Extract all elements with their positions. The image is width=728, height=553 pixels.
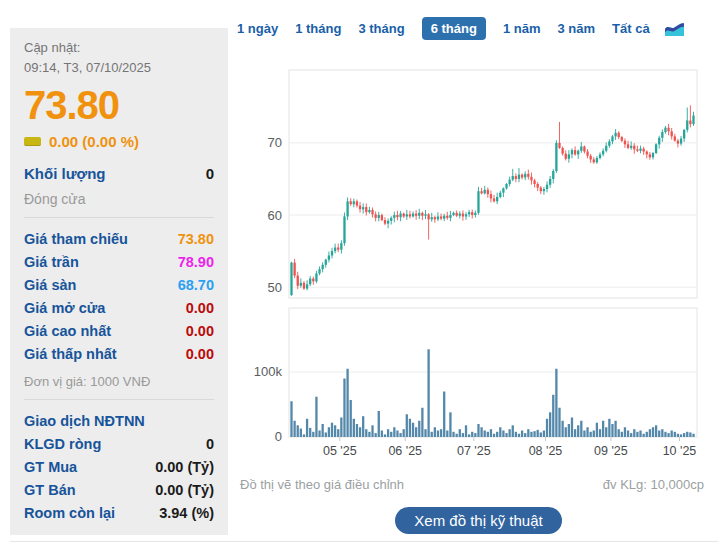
row-label: Giá tham chiếu [24, 228, 128, 251]
row-value: 3.94 (%) [159, 502, 214, 525]
svg-text:50: 50 [268, 280, 282, 295]
tab-tat-ca[interactable]: Tất cả [612, 21, 650, 36]
row-label: Giá mở cửa [24, 297, 105, 320]
quote-panel: Cập nhật: 09:14, T3, 07/10/2025 73.80 0.… [10, 28, 228, 535]
volume-row: Khối lượng 0 [24, 162, 214, 185]
technical-chart-button[interactable]: Xem đồ thị kỹ thuật [395, 507, 562, 534]
tab-3-thang[interactable]: 3 tháng [358, 21, 404, 36]
updated-label: Cập nhật: [24, 40, 80, 55]
row-label: Giá sàn [24, 274, 76, 297]
svg-text:10 '25: 10 '25 [663, 444, 697, 458]
row-value: 0.00 (Tỷ) [155, 456, 214, 479]
adjusted-price-note: Đồ thị vẽ theo giá điều chỉnh [240, 477, 404, 492]
divider [24, 217, 214, 218]
last-updated: Cập nhật: 09:14, T3, 07/10/2025 [24, 38, 214, 77]
row-label: Room còn lại [24, 502, 115, 525]
volume-unit-note: đv KLg: 10,000cp [603, 477, 704, 492]
area-chart-icon[interactable] [664, 20, 685, 37]
svg-text:05 '25: 05 '25 [323, 444, 357, 458]
row-value: 68.70 [178, 274, 214, 297]
current-price: 73.80 [24, 85, 214, 125]
svg-text:60: 60 [268, 208, 282, 223]
price-chart[interactable]: 706050100k005 '2506 '2507 '2508 '2509 '2… [240, 50, 720, 462]
range-tabs: 1 ngày 1 tháng 3 tháng 6 tháng 1 năm 3 n… [237, 17, 685, 40]
svg-text:08 '25: 08 '25 [529, 444, 563, 458]
candlestick-volume-svg[interactable]: 706050100k005 '2506 '2507 '2508 '2509 '2… [240, 50, 720, 462]
price-row-open: Giá mở cửa 0.00 [24, 297, 214, 320]
row-value: 0.00 [186, 343, 214, 366]
updated-time: 09:14, T3, 07/10/2025 [24, 60, 151, 75]
tab-1-nam[interactable]: 1 năm [503, 21, 541, 36]
bottom-divider [10, 541, 718, 542]
row-label: KLGD ròng [24, 433, 101, 456]
row-value: 73.80 [178, 228, 214, 251]
price-row-high: Giá cao nhất 0.00 [24, 320, 214, 343]
row-value: 0.00 (Tỷ) [155, 479, 214, 502]
row-value: 78.90 [178, 251, 214, 274]
price-row-ceiling: Giá trần 78.90 [24, 251, 214, 274]
foreign-row-buy-value: GT Mua 0.00 (Tỷ) [24, 456, 214, 479]
volume-label: Khối lượng [24, 162, 106, 185]
tab-3-nam[interactable]: 3 năm [557, 21, 595, 36]
price-row-floor: Giá sàn 68.70 [24, 274, 214, 297]
foreign-trading-title: Giao dịch NĐTNN [24, 410, 214, 433]
price-change-row: 0.00 (0.00 %) [24, 133, 214, 150]
divider [24, 399, 214, 400]
session-status: Đóng cửa [24, 191, 214, 207]
svg-text:0: 0 [275, 429, 282, 444]
svg-text:70: 70 [268, 135, 282, 150]
svg-text:07 '25: 07 '25 [457, 444, 491, 458]
row-label: Giá cao nhất [24, 320, 111, 343]
svg-text:09 '25: 09 '25 [594, 444, 628, 458]
row-value: 0 [206, 433, 214, 456]
price-row-reference: Giá tham chiếu 73.80 [24, 228, 214, 251]
row-value: 0.00 [186, 320, 214, 343]
tab-6-thang[interactable]: 6 tháng [422, 17, 486, 40]
row-label: Giá trần [24, 251, 79, 274]
price-unit-note: Đơn vị giá: 1000 VNĐ [24, 374, 214, 389]
tab-1-ngay[interactable]: 1 ngày [237, 21, 278, 36]
foreign-row-sell-value: GT Bán 0.00 (Tỷ) [24, 479, 214, 502]
row-label: GT Bán [24, 479, 76, 502]
foreign-row-net-volume: KLGD ròng 0 [24, 433, 214, 456]
tab-1-thang[interactable]: 1 tháng [295, 21, 341, 36]
row-value: 0.00 [186, 297, 214, 320]
row-label: GT Mua [24, 456, 77, 479]
price-row-low: Giá thấp nhất 0.00 [24, 343, 214, 366]
volume-value: 0 [206, 162, 214, 185]
price-change: 0.00 (0.00 %) [49, 133, 139, 150]
svg-text:06 '25: 06 '25 [388, 444, 422, 458]
flat-change-icon [24, 137, 41, 146]
row-label: Giá thấp nhất [24, 343, 117, 366]
foreign-row-room-left: Room còn lại 3.94 (%) [24, 502, 214, 525]
svg-text:100k: 100k [254, 364, 283, 379]
